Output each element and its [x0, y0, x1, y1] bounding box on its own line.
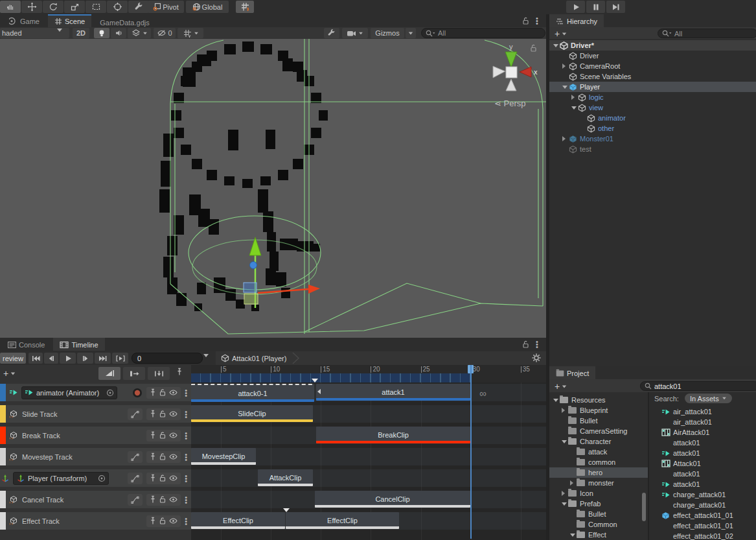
track-header-animator-animator-[interactable]: animator (Animator) ••• — [0, 384, 191, 401]
hierarchy-item-driver-[interactable]: Driver* — [549, 40, 756, 51]
gizmo-lock-icon[interactable] — [530, 44, 537, 52]
project-folder-attack[interactable]: attack — [549, 447, 648, 457]
tab-scene[interactable]: Scene — [48, 14, 91, 27]
shading-mode-dropdown[interactable]: haded — [0, 28, 69, 38]
pivot-toggle-button[interactable]: Pivot — [148, 1, 184, 13]
track-header-break-track[interactable]: Break Track ••• — [0, 427, 191, 444]
hierarchy-item-cameraroot[interactable]: CameraRoot — [549, 61, 756, 71]
scene-viewport[interactable]: y x ⋖ Persp — [0, 39, 546, 338]
replace-mode-button[interactable] — [148, 367, 170, 380]
global-toggle-button[interactable]: Global — [186, 1, 229, 13]
clip-ease-marker[interactable] — [283, 508, 290, 512]
clip-attack0-1[interactable]: attack0-1 — [191, 384, 314, 402]
project-folder-icon[interactable]: Icon — [549, 488, 648, 499]
timeline-ruler[interactable]: 5 10 15 20 25 30 35 — [191, 365, 546, 382]
track-binding-field[interactable]: animator (Animator) — [21, 386, 117, 399]
search-result-attack01[interactable]: attack01 — [649, 469, 756, 479]
track-toggles[interactable] — [146, 473, 181, 484]
tree-scrollbar[interactable] — [642, 493, 646, 521]
lighting-toggle[interactable] — [94, 28, 109, 38]
wrench-tool-button[interactable] — [128, 1, 149, 13]
project-folder-prefab[interactable]: Prefab — [549, 499, 648, 509]
track-toggles[interactable] — [146, 430, 181, 441]
expand-arrow[interactable] — [562, 64, 569, 69]
hierarchy-item-logic[interactable]: logic — [549, 92, 756, 102]
track-menu-icon[interactable]: ••• — [185, 517, 187, 525]
object-picker-icon[interactable] — [98, 475, 106, 482]
expand-arrow[interactable] — [562, 86, 569, 89]
track-toggles[interactable] — [146, 408, 181, 420]
timeline-clip-area[interactable]: attack0-1 attack1 SlideClip BreakClip Mo… — [191, 382, 546, 540]
search-result-air_attack01[interactable]: air_attack01 — [649, 417, 756, 427]
ripple-mode-button[interactable] — [123, 367, 145, 380]
search-scope-dropdown[interactable]: In Assets — [685, 393, 732, 403]
search-result-charge_attack01[interactable]: charge_attack01 — [649, 500, 756, 510]
clip-lane[interactable] — [191, 469, 546, 487]
hierarchy-add-button[interactable]: + — [555, 29, 567, 39]
timeline-lock-icon[interactable] — [522, 340, 529, 348]
track-menu-icon[interactable]: ••• — [185, 432, 187, 440]
track-menu-icon[interactable]: ••• — [185, 475, 187, 482]
track-toggles[interactable] — [146, 387, 181, 399]
rect-tool-button[interactable] — [86, 1, 106, 13]
hand-tool-button[interactable] — [0, 1, 21, 13]
clip-breakclip[interactable]: BreakClip — [316, 427, 470, 443]
search-result-attack01[interactable]: attack01 — [649, 448, 756, 458]
goto-end-button[interactable] — [95, 353, 111, 364]
project-folder-resources[interactable]: Resources — [549, 395, 648, 405]
curves-toggle[interactable] — [128, 451, 143, 463]
hierarchy-item-other[interactable]: other — [549, 123, 756, 134]
track-menu-icon[interactable]: ••• — [185, 410, 187, 418]
clip-effectclip[interactable]: EffectClip — [191, 512, 285, 529]
scale-tool-button[interactable] — [64, 1, 85, 13]
breadcrumb[interactable]: Attack01 (Player) — [232, 355, 286, 362]
curves-toggle[interactable] — [128, 408, 143, 420]
pause-button[interactable] — [586, 1, 605, 13]
frame-field-caret[interactable] — [203, 357, 209, 365]
tab-game[interactable]: Game — [0, 15, 46, 28]
hierarchy-item-player[interactable]: Player — [549, 82, 756, 92]
clip-attack1[interactable]: attack1 — [316, 384, 470, 401]
project-folder-hero[interactable]: hero — [549, 467, 648, 478]
transform-tool-button[interactable] — [107, 1, 128, 13]
project-folder-common[interactable]: Common — [549, 519, 648, 530]
expand-arrow[interactable] — [553, 44, 560, 47]
tab-timeline[interactable]: Timeline — [53, 338, 104, 351]
timeline-menu-icon[interactable]: ••• — [536, 340, 538, 348]
record-button[interactable] — [132, 388, 143, 398]
clip-cancelclip[interactable]: CancelClip — [315, 491, 470, 508]
gizmos-dropdown[interactable]: Gizmos — [371, 28, 404, 38]
2d-toggle[interactable]: 2D — [73, 28, 89, 38]
expand-arrow[interactable] — [562, 136, 569, 141]
track-menu-icon[interactable]: ••• — [185, 389, 187, 397]
hierarchy-item-monster01[interactable]: Monster01 — [549, 134, 756, 144]
track-header-effect-track[interactable]: Effect Track ••• — [0, 512, 191, 530]
hierarchy-item-test[interactable]: test — [549, 144, 756, 154]
clip-slideclip[interactable]: SlideClip — [191, 405, 313, 422]
search-result-effect_attack01_01[interactable]: effect_attack01_01 — [649, 510, 756, 521]
clip-attackclip[interactable]: AttackClip — [258, 469, 313, 486]
add-track-button[interactable]: + — [3, 368, 16, 379]
track-header-cancel-track[interactable]: Cancel Track ••• — [0, 491, 191, 508]
project-add-button[interactable]: + — [555, 381, 567, 392]
track-header-player-transform-[interactable]: Player (Transform) ••• — [0, 469, 191, 487]
expand-arrow[interactable] — [571, 106, 578, 110]
curves-toggle[interactable] — [128, 494, 143, 506]
search-result-air_attack01[interactable]: air_attack01 — [649, 406, 756, 417]
gear-icon[interactable] — [532, 353, 541, 362]
panel-lock-icon[interactable] — [522, 17, 529, 25]
marker-toggle[interactable] — [176, 368, 183, 377]
step-button[interactable] — [606, 1, 625, 13]
tab-project[interactable]: Project — [549, 366, 595, 379]
grid-visibility-dropdown[interactable] — [178, 28, 203, 38]
scene-camera-dropdown[interactable] — [342, 28, 368, 38]
playhead-line[interactable] — [470, 365, 472, 539]
search-result-attack01[interactable]: attack01 — [649, 479, 756, 489]
track-header-slide-track[interactable]: Slide Track ••• — [0, 405, 191, 423]
preview-toggle[interactable]: review — [0, 353, 26, 364]
clip-movestepclip[interactable]: MovestepClip — [191, 448, 256, 465]
mix-mode-button[interactable] — [98, 367, 120, 380]
search-result-Attack01[interactable]: Attack01 — [649, 458, 756, 469]
search-result-effect_attack01_01[interactable]: effect_attack01_01 — [649, 521, 756, 531]
hierarchy-item-driver[interactable]: Driver — [549, 51, 756, 61]
